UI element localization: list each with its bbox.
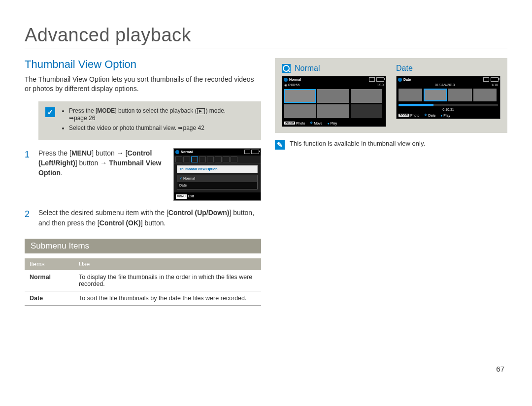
counter-label: 1/10 [491,83,498,87]
thumbnail [448,89,472,101]
battery-icon [491,77,499,82]
cell-item: Normal [25,270,74,291]
cell-use: To display the file thumbnails in the or… [74,270,261,291]
counter-label: 1/10 [377,83,384,87]
footnote-row: ✎ This function is available in thumbnai… [275,140,507,150]
thumbnail [284,89,316,103]
preview-box: Normal Normal ◉ 0:00:55 [275,58,507,133]
thumbnail [284,104,316,118]
note-box: ✓ Press the [MODE] button to select the … [38,101,261,140]
note-item-2: Select the video or photo thumbnail view… [69,125,226,132]
submenu-items-header: Submenu Items [25,239,261,253]
thumbnail [317,89,349,103]
step-2: 2 Select the desired submenu item with t… [25,208,261,228]
footnote-text: This function is available in thumbnail … [290,140,425,147]
card-icon [244,150,250,154]
playtime: 0:10:31 [442,108,454,111]
thumbnail [317,104,349,118]
playback-icon [197,108,205,114]
thumbnail [473,89,497,101]
mini-screenshot-menu: Normal Thumbnail View Option ✓Normal [173,148,261,201]
note-item-1: Press the [MODE] button to select the pl… [69,107,226,123]
lcd-date: Date 01/JAN/2013 1/10 [396,76,500,119]
date-label: 01/JAN/2013 [435,83,455,87]
card-icon [483,77,489,82]
submenu-table: Items Use Normal To display the file thu… [25,258,261,306]
cell-item: Date [25,291,74,305]
gear-icon [284,78,288,82]
cell-use: To sort the file thumbnails by the date … [74,291,261,305]
preview-title-normal: Normal [295,64,320,73]
page-title: Advanced playback [25,25,507,49]
battery-icon [251,150,259,154]
step-number: 1 [25,148,33,201]
table-row: Normal To display the file thumbnails in… [25,270,261,291]
battery-icon [376,77,384,82]
preview-title-date: Date [396,64,413,73]
card-icon [369,77,375,82]
thumbnail [351,104,382,118]
gear-icon [398,78,402,82]
th-use: Use [74,258,261,270]
thumbnail [399,89,422,101]
exit-label: Exit [188,194,194,199]
check-icon: ✓ [45,107,55,117]
intro-text: The Thumbnail View Option lets you sort … [25,75,261,94]
th-items: Items [25,258,74,270]
timeline [399,104,498,106]
step-number: 2 [25,208,33,228]
section-heading: Thumbnail View Option [25,58,261,71]
menu-badge: MENU [176,194,187,199]
step-1: 1 Press the [MENU] button → [Control (Le… [25,148,261,201]
table-row: Date To sort the file thumbnails by the … [25,291,261,305]
mini-option-normal: ✓Normal [177,175,257,182]
magnify-icon [282,64,291,73]
thumbnail [351,89,382,103]
duration-label: ◉ 0:00:55 [284,83,299,87]
mini-toolbar [174,156,261,164]
note-icon: ✎ [275,140,285,150]
thumbnail [424,89,447,101]
gear-icon [175,150,179,154]
lcd-normal: Normal ◉ 0:00:55 1/10 [282,76,386,127]
mini-option-date: Date [177,182,257,189]
mini-title: Normal [181,150,193,155]
page-number: 67 [25,365,507,373]
mini-dropdown: Thumbnail View Option [177,165,258,173]
